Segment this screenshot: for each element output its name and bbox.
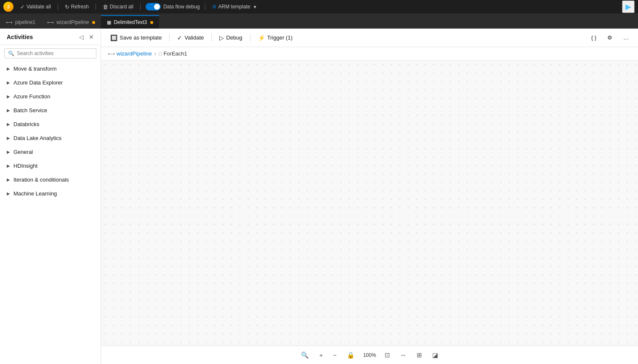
arm-template-button[interactable]: ⚙ ARM template ▼: [209, 3, 261, 11]
chevron-right-icon: ▶: [7, 80, 10, 85]
debug-icon: ▷: [219, 34, 224, 41]
validate-all-button[interactable]: ✓ Validate all: [17, 3, 54, 11]
activities-title: Activities: [7, 34, 33, 40]
close-button[interactable]: ✕: [87, 33, 96, 41]
divider: [205, 3, 205, 10]
activity-item-databricks[interactable]: ▶ Databricks: [0, 117, 101, 131]
tab-wizard-pipeline[interactable]: ⟷ wizardPipeline: [41, 15, 101, 29]
checkmark-icon: ✓: [177, 34, 182, 41]
search-input[interactable]: [17, 50, 93, 56]
unsaved-indicator: [150, 21, 153, 24]
activities-sidebar: Activities ◁ ✕ 🔍 ▶ Move & transform ▶ Az…: [0, 29, 101, 364]
divider: [96, 3, 96, 10]
breadcrumb-separator: ›: [154, 50, 156, 57]
zoom-level: 100%: [363, 352, 376, 358]
breadcrumb-current: □ ForEach1: [159, 50, 187, 57]
code-icon: { }: [591, 34, 596, 41]
app-icon: 3: [3, 2, 13, 12]
pipeline-breadcrumb-icon: ⟷: [108, 51, 115, 57]
plus-icon: +: [319, 351, 323, 359]
activity-item-move-transform[interactable]: ▶ Move & transform: [0, 62, 101, 76]
canvas-main[interactable]: [101, 61, 638, 346]
activity-item-machine-learning[interactable]: ▶ Machine Learning: [0, 187, 101, 200]
breadcrumb: ⟷ wizardPipeline › □ ForEach1: [101, 47, 638, 61]
zoom-in-button[interactable]: +: [317, 350, 324, 360]
chevron-right-icon: ▶: [7, 136, 10, 140]
tab-pipeline1[interactable]: ⟷ pipeline1: [0, 15, 41, 29]
foreach-icon: □: [159, 51, 162, 57]
activity-item-azure-function[interactable]: ▶ Azure Function: [0, 90, 101, 103]
table-icon: ▦: [107, 20, 111, 25]
refresh-icon: ↻: [65, 4, 69, 10]
tab-bar: ⟷ pipeline1 ⟷ wizardPipeline ▦ Delimited…: [0, 13, 638, 29]
separator: [250, 34, 250, 42]
chevron-right-icon: ▶: [7, 150, 10, 154]
chevron-right-icon: ▶: [7, 122, 10, 127]
separator: [211, 34, 212, 42]
search-icon: 🔍: [8, 50, 14, 56]
activities-list: ▶ Move & transform ▶ Azure Data Explorer…: [0, 62, 101, 364]
activity-item-data-lake-analytics[interactable]: ▶ Data Lake Analytics: [0, 131, 101, 145]
activity-item-hdinsight[interactable]: ▶ HDInsight: [0, 159, 101, 173]
code-view-button[interactable]: { }: [587, 32, 601, 43]
trigger-button[interactable]: ⚡ Trigger (1): [254, 32, 297, 43]
sidebar-controls: ◁ ✕: [77, 33, 96, 41]
minimap-button[interactable]: ◪: [431, 350, 440, 361]
fit-width-button[interactable]: ↔: [399, 350, 408, 360]
sidebar-header: Activities ◁ ✕: [0, 29, 101, 45]
chevron-down-icon: ▼: [253, 5, 257, 9]
tab-delimited-text3[interactable]: ▦ DelimitedText3: [101, 15, 159, 29]
refresh-button[interactable]: ↻ Refresh: [61, 3, 92, 11]
data-flow-debug-toggle[interactable]: Data flow debug: [146, 3, 200, 11]
minimap-icon: ◪: [432, 351, 438, 359]
minus-icon: −: [333, 351, 337, 359]
chevron-right-icon: ▶: [7, 191, 10, 196]
pipeline-icon: ⟷: [6, 20, 13, 25]
divider: [140, 3, 141, 10]
fit-canvas-button[interactable]: ⊡: [383, 350, 392, 361]
breadcrumb-pipeline-link[interactable]: ⟷ wizardPipeline: [108, 50, 152, 57]
debug-button[interactable]: ▷ Debug: [215, 32, 246, 43]
main-layout: Activities ◁ ✕ 🔍 ▶ Move & transform ▶ Az…: [0, 29, 638, 364]
canvas-area: 🔲 Save as template ✓ Validate ▷ Debug ⚡ …: [101, 29, 638, 364]
chevron-right-icon: ▶: [7, 66, 10, 71]
trigger-icon: ⚡: [258, 34, 265, 41]
unsaved-indicator: [92, 21, 95, 24]
arrange-button[interactable]: ⊞: [415, 350, 424, 361]
zoom-out-button[interactable]: −: [331, 350, 338, 360]
chevron-right-icon: ▶: [7, 164, 10, 168]
search-icon: 🔍: [301, 351, 309, 359]
more-button[interactable]: …: [619, 32, 633, 43]
activity-item-azure-data-explorer[interactable]: ▶ Azure Data Explorer: [0, 76, 101, 90]
save-as-template-button[interactable]: 🔲 Save as template: [106, 32, 166, 43]
fit-width-icon: ↔: [400, 351, 407, 359]
discard-all-button[interactable]: 🗑 Discard all: [99, 3, 137, 11]
pipeline-icon: ⟷: [47, 20, 54, 25]
canvas-toolbar-right: { } ⚙ …: [587, 32, 633, 43]
search-canvas-button[interactable]: 🔍: [299, 350, 311, 361]
canvas-toolbar: 🔲 Save as template ✓ Validate ▷ Debug ⚡ …: [101, 29, 638, 47]
lock-icon: 🔒: [347, 351, 355, 359]
separator: [169, 34, 170, 42]
search-box[interactable]: 🔍: [4, 48, 96, 58]
chevron-right-icon: ▶: [7, 94, 10, 99]
validate-button[interactable]: ✓ Validate: [173, 32, 208, 43]
chevron-right-icon: ▶: [7, 108, 10, 113]
save-template-icon: 🔲: [110, 34, 117, 41]
activity-item-general[interactable]: ▶ General: [0, 145, 101, 159]
arm-icon: ⚙: [212, 4, 217, 10]
settings-icon: ⚙: [607, 34, 612, 41]
settings-button[interactable]: ⚙: [603, 32, 617, 43]
activity-item-iteration-conditionals[interactable]: ▶ Iteration & conditionals: [0, 173, 101, 187]
run-icon: ▶: [625, 3, 631, 11]
trash-icon: 🗑: [103, 4, 108, 10]
chevron-right-icon: ▶: [7, 177, 10, 182]
arrange-icon: ⊞: [417, 351, 422, 359]
canvas-footer: 🔍 + − 🔒 100% ⊡ ↔ ⊞ ◪: [101, 346, 638, 364]
more-icon: …: [623, 34, 629, 41]
fit-icon: ⊡: [385, 351, 390, 359]
run-button[interactable]: ▶: [622, 0, 635, 13]
collapse-button[interactable]: ◁: [77, 33, 85, 41]
activity-item-batch-service[interactable]: ▶ Batch Service: [0, 103, 101, 117]
lock-button[interactable]: 🔒: [345, 350, 356, 361]
